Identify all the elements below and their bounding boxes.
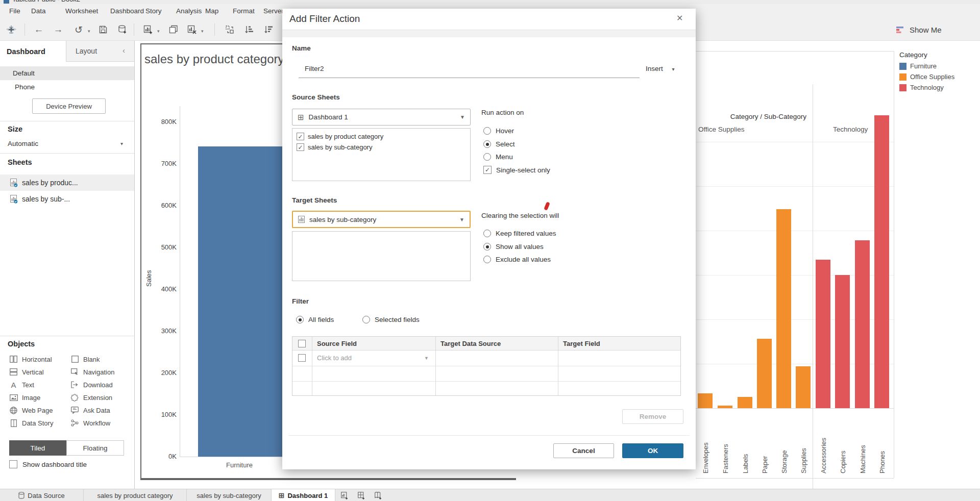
insert-dropdown[interactable]: Insert ▾ [646,65,675,72]
radio-unselected[interactable] [362,316,370,323]
object-workflow[interactable]: Workflow [70,419,110,427]
checkbox-checked[interactable] [483,166,492,174]
radio-unselected[interactable] [483,127,491,135]
tiled-button[interactable]: Tiled [9,440,66,456]
bar-copiers[interactable] [835,275,850,408]
tab-layout[interactable]: Layout [76,47,97,55]
object-image[interactable]: Image [9,393,40,402]
run-action-menu-option[interactable]: Menu [483,153,513,161]
bar-machines[interactable] [855,240,870,408]
menu-story[interactable]: Story [145,7,162,15]
size-dropdown[interactable]: Automatic ▾ [0,137,134,151]
add-data-icon[interactable] [115,23,130,36]
remove-button[interactable]: Remove [622,409,683,424]
bar-supplies[interactable] [796,366,811,408]
new-worksheet-tab-icon[interactable] [338,491,351,500]
object-blank[interactable]: Blank [70,355,100,363]
target-sheet-dropdown[interactable]: sales by sub-category ▼ [292,211,471,228]
new-worksheet-dropdown-caret[interactable]: ▾ [157,29,160,34]
source-sheet-option[interactable]: sales by sub-category [297,143,372,151]
tab-dashboard[interactable]: Dashboard [0,41,66,62]
sheet-item-sales-by-product[interactable]: sales by produc... [0,174,134,191]
tab-sales-by-product-category[interactable]: sales by product category [84,489,187,501]
clear-sheet-icon[interactable] [185,23,199,36]
source-sheet-option[interactable]: sales by product category [297,133,383,140]
single-select-only-option[interactable]: Single-select only [483,166,550,174]
object-vertical[interactable]: Vertical [9,368,44,376]
redo-dropdown-caret[interactable]: ▾ [88,29,90,34]
radio-unselected[interactable] [483,153,491,161]
floating-button[interactable]: Floating [66,440,124,456]
new-story-tab-icon[interactable] [372,491,385,500]
table-row[interactable] [292,366,680,381]
show-dashboard-title-checkbox[interactable] [9,460,17,468]
save-icon[interactable] [96,23,110,36]
source-field-cell[interactable]: Click to add [317,354,352,362]
show-me-button[interactable]: Show Me [892,22,974,37]
menu-worksheet[interactable]: Worksheet [65,7,98,15]
bar-envelopes[interactable] [698,393,713,408]
bar-paper[interactable] [757,339,772,408]
radio-unselected[interactable] [483,256,491,263]
tab-dashboard-1[interactable]: ⊞ Dashboard 1 [272,489,335,501]
menu-dashboard[interactable]: Dashboard [110,7,144,15]
tab-data-source[interactable]: Data Source [0,489,84,501]
row-checkbox[interactable] [298,354,306,362]
tab-sales-by-subcategory[interactable]: sales by sub-category [187,489,272,501]
device-default-item[interactable]: Default [0,66,134,80]
radio-selected[interactable] [483,140,491,148]
cancel-button[interactable]: Cancel [553,443,614,458]
radio-selected[interactable] [483,243,491,251]
sort-ascending-icon[interactable] [242,23,256,36]
menu-format[interactable]: Format [233,7,255,15]
bar-labels[interactable] [738,397,752,408]
close-icon[interactable]: ✕ [676,13,683,23]
back-icon[interactable]: ← [32,23,46,36]
forward-icon[interactable]: → [51,23,65,36]
bar-fasteners[interactable] [718,406,732,408]
swap-rows-columns-icon[interactable] [223,23,237,36]
menu-file[interactable]: File [9,7,20,15]
clear-sheet-dropdown-caret[interactable]: ▾ [201,29,204,34]
object-text[interactable]: AText [9,381,34,389]
object-web-page[interactable]: Web Page [9,406,53,414]
legend-item-technology[interactable]: Technology [899,84,944,91]
object-data-story[interactable]: Data Story [9,419,53,427]
device-preview-button[interactable]: Device Preview [32,98,106,114]
legend-item-furniture[interactable]: Furniture [899,62,937,70]
menu-map[interactable]: Map [205,7,218,15]
menu-data[interactable]: Data [31,7,46,15]
run-action-hover-option[interactable]: Hover [483,127,514,135]
object-extension[interactable]: Extension [70,393,112,402]
device-phone-item[interactable]: Phone [0,80,134,94]
run-action-select-option[interactable]: Select [483,140,515,148]
legend-item-office-supplies[interactable]: Office Supplies [899,73,954,81]
keep-filtered-values-option[interactable]: Keep filtered values [483,230,556,237]
tableau-logo-icon[interactable] [4,23,18,36]
menu-analysis[interactable]: Analysis [176,7,202,15]
radio-selected[interactable] [296,316,304,323]
object-download[interactable]: Download [70,381,113,389]
all-fields-option[interactable]: All fields [296,316,334,323]
ok-button[interactable]: OK [622,443,683,458]
radio-unselected[interactable] [483,230,491,237]
bar-phones[interactable] [874,115,889,408]
bar-accessories[interactable] [816,260,830,408]
show-all-values-option[interactable]: Show all values [483,243,544,251]
object-ask-data[interactable]: Ask Data [70,406,110,414]
object-navigation[interactable]: Navigation [70,368,114,376]
exclude-all-values-option[interactable]: Exclude all values [483,256,551,263]
menu-server[interactable]: Server [263,7,284,15]
show-dashboard-title-row[interactable]: Show dashboard title [9,460,87,468]
bar-storage[interactable] [776,209,791,408]
checkbox-checked[interactable] [297,143,304,151]
source-sheet-dropdown[interactable]: ⊞ Dashboard 1 ▼ [292,109,471,126]
table-row[interactable] [292,382,680,396]
name-input[interactable]: Filter2 [305,65,324,72]
checkbox-checked[interactable] [297,133,304,140]
sheet-item-sales-by-subcategory[interactable]: sales by sub-... [0,191,134,207]
object-horizontal[interactable]: Horizontal [9,355,52,363]
sort-descending-icon[interactable] [261,23,276,36]
new-worksheet-icon[interactable] [141,23,155,36]
chevron-down-icon[interactable]: ▼ [424,356,429,361]
